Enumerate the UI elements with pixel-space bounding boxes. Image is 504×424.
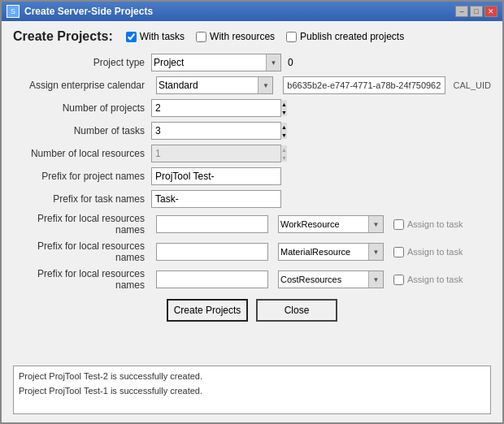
main-window: S Create Server-Side Projects – □ ✕ Crea… [0,0,504,424]
resource-type-0-arrow[interactable]: ▼ [368,216,383,232]
title-bar: S Create Server-Side Projects – □ ✕ [2,2,502,21]
num-tasks-row: Number of tasks ▲ ▼ [13,122,491,140]
project-type-row: Project type Project Program Master ▼ 0 [13,54,491,71]
project-type-arrow[interactable]: ▼ [266,54,280,71]
num-local-res-input [152,145,280,162]
resource-type-1-select[interactable]: WorkResource MaterialResource CostResour… [279,244,368,260]
assign-1-checkbox[interactable] [393,247,404,257]
num-local-res-row: Number of local resources ▲ ▼ [13,145,491,162]
checkbox-group: With tasks With resources Publish create… [126,31,404,42]
project-type-label: Project type [13,57,151,68]
num-projects-input[interactable] [152,100,280,116]
resource-prefix-1[interactable] [156,243,268,261]
prefix-task-control [151,190,281,208]
resource-type-2-wrapper[interactable]: WorkResource MaterialResource CostResour… [278,270,384,288]
prefix-task-label: Prefix for task names [13,193,151,205]
resource-row-1-label: Prefix for local resources names [13,240,151,263]
project-type-select-wrapper[interactable]: Project Program Master ▼ [151,54,281,71]
calendar-select[interactable]: Standard Night Shift 24 Hours [157,77,258,93]
resource-type-1-wrapper[interactable]: WorkResource MaterialResource CostResour… [278,243,384,261]
num-tasks-spinner: ▲ ▼ [151,122,281,140]
num-projects-row: Number of projects ▲ ▼ [13,99,491,117]
resource-prefix-2[interactable] [156,270,268,288]
close-window-button[interactable]: ✕ [484,6,497,17]
num-tasks-down[interactable]: ▼ [281,131,287,139]
assign-2-label[interactable]: Assign to task [393,275,463,285]
publish-checkbox[interactable] [286,32,297,42]
assign-1-text: Assign to task [407,247,463,257]
resource-row-0-label: Prefix for local resources names [13,213,151,236]
calendar-label: Assign enterprise calendar [13,80,151,91]
assign-0-checkbox[interactable] [393,219,404,230]
with-resources-checkbox[interactable] [196,32,206,42]
window-icon: S [7,5,20,18]
resource-row-2-label: Prefix for local resources names [13,268,151,291]
num-projects-spinner-buttons: ▲ ▼ [280,100,287,116]
with-tasks-label: With tasks [140,31,185,42]
title-controls: – □ ✕ [455,6,497,17]
restore-button[interactable]: □ [470,6,483,17]
assign-2-text: Assign to task [407,275,463,284]
assign-0-text: Assign to task [407,219,463,229]
page-title: Create Projects: [13,29,113,44]
resource-type-0-select[interactable]: WorkResource MaterialResource CostResour… [279,216,368,232]
publish-checkbox-item[interactable]: Publish created projects [286,31,404,42]
project-type-control: Project Program Master ▼ [151,54,281,71]
prefix-project-label: Prefix for project names [13,171,151,182]
resource-row-2: Prefix for local resources names WorkRes… [13,268,491,291]
resource-type-0-wrapper[interactable]: WorkResource MaterialResource CostResour… [278,215,384,233]
log-line-0: Project ProjTool Test-2 is successfully … [19,370,485,384]
with-resources-label: With resources [210,31,275,42]
prefix-project-row: Prefix for project names [13,167,491,185]
num-tasks-input[interactable] [152,123,280,139]
prefix-project-control [151,167,281,185]
close-button[interactable]: Close [256,299,337,322]
num-projects-label: Number of projects [13,102,151,114]
num-local-res-spinner: ▲ ▼ [151,145,281,162]
calendar-select-wrapper[interactable]: Standard Night Shift 24 Hours ▼ [156,76,273,94]
title-bar-left: S Create Server-Side Projects [7,5,153,18]
resource-type-2-arrow[interactable]: ▼ [368,271,383,288]
prefix-project-input[interactable] [151,167,281,185]
content-area: Create Projects: With tasks With resourc… [2,21,502,422]
project-type-extra: 0 [288,57,293,68]
project-type-select[interactable]: Project Program Master [152,54,266,71]
num-projects-up[interactable]: ▲ [281,100,287,108]
num-projects-spinner: ▲ ▼ [151,99,281,117]
prefix-task-row: Prefix for task names [13,190,491,208]
calendar-row: Assign enterprise calendar Standard Nigh… [13,76,491,94]
num-local-res-down[interactable]: ▼ [281,154,287,162]
log-line-1: Project ProjTool Test-1 is successfully … [19,384,485,399]
cal-uid-label: CAL_UID [454,80,491,90]
resource-prefix-0[interactable] [156,215,268,233]
num-projects-down[interactable]: ▼ [281,108,287,116]
buttons-row: Create Projects Close [13,299,491,322]
resource-row-0: Prefix for local resources names WorkRes… [13,213,491,236]
with-tasks-checkbox[interactable] [126,32,137,42]
assign-0-label[interactable]: Assign to task [393,219,463,230]
minimize-button[interactable]: – [455,6,468,17]
num-tasks-label: Number of tasks [13,125,151,136]
assign-2-checkbox[interactable] [393,275,404,285]
create-projects-button[interactable]: Create Projects [167,299,248,322]
num-local-res-spinner-buttons: ▲ ▼ [280,145,287,162]
calendar-arrow[interactable]: ▼ [258,77,272,93]
with-resources-checkbox-item[interactable]: With resources [196,31,275,42]
prefix-task-input[interactable] [151,190,281,208]
num-local-res-label: Number of local resources [13,148,151,159]
header-row: Create Projects: With tasks With resourc… [13,29,491,44]
with-tasks-checkbox-item[interactable]: With tasks [126,31,185,42]
form-area: Project type Project Program Master ▼ 0 … [13,54,491,359]
publish-label: Publish created projects [300,31,404,42]
window-title: Create Server-Side Projects [24,6,153,17]
num-tasks-up[interactable]: ▲ [281,123,287,131]
assign-1-label[interactable]: Assign to task [393,247,463,257]
uuid-field[interactable] [283,76,445,94]
resource-row-1: Prefix for local resources names WorkRes… [13,240,491,263]
resource-type-2-select[interactable]: WorkResource MaterialResource CostResour… [279,271,368,288]
num-local-res-up[interactable]: ▲ [281,145,287,154]
log-area: Project ProjTool Test-2 is successfully … [13,366,491,414]
resource-type-1-arrow[interactable]: ▼ [368,244,383,260]
num-tasks-spinner-buttons: ▲ ▼ [280,123,287,139]
